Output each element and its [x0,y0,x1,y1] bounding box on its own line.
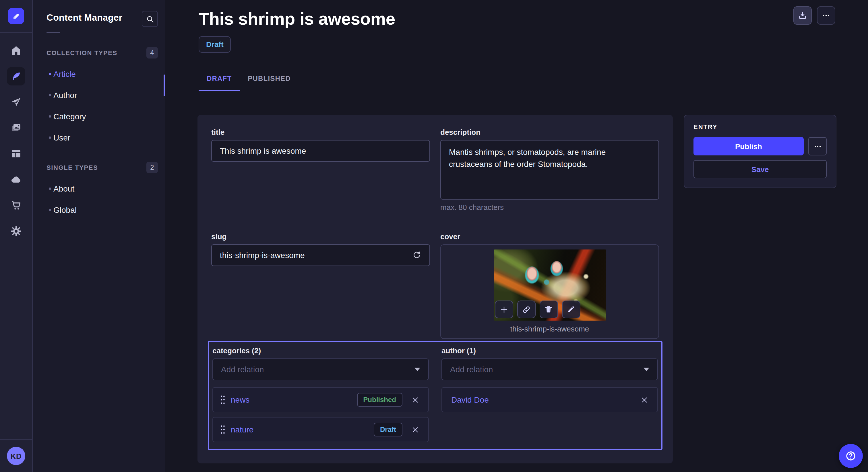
bullet-icon [49,94,51,96]
sidebar-item-author[interactable]: Author [33,84,165,105]
cover-label: cover [440,232,659,241]
more-icon [813,142,822,150]
nav-content-manager[interactable] [7,67,25,86]
nav-icon-list [0,33,32,439]
collection-types-label: COLLECTION TYPES [46,49,117,56]
download-icon [798,11,807,20]
sidebar-item-label: Category [53,111,86,121]
nav-releases[interactable] [7,93,25,111]
primary-nav: KD [0,0,33,472]
strapi-logo-icon[interactable] [8,8,24,24]
user-avatar[interactable]: KD [7,447,25,465]
remove-relation-button[interactable] [641,396,648,403]
remove-relation-button[interactable] [412,426,419,433]
sidebar-item-label: Author [53,90,77,100]
chevron-down-icon [414,368,420,371]
app-window: KD Content Manager COLLECTION TYPES 4 Ar… [0,0,868,472]
sidebar-item-label: About [53,184,74,193]
edit-form-card: title This shrimp is awesome description… [197,115,673,463]
field-title: title This shrimp is awesome [211,128,430,212]
relation-row-david-doe: David Doe [441,387,658,412]
nav-deploy[interactable] [7,170,25,189]
subnav-title: Content Manager [46,12,158,23]
search-icon [146,14,154,23]
tab-published[interactable]: PUBLISHED [240,70,299,91]
close-icon [412,426,419,433]
publish-button[interactable]: Publish [693,137,804,156]
home-icon [10,45,22,56]
delete-asset-button[interactable] [539,301,558,318]
header-more-button[interactable] [817,6,835,25]
sidebar-item-global[interactable]: Global [33,199,165,220]
categories-relation-select[interactable]: Add relation [212,359,429,380]
collection-types-count: 4 [146,47,158,59]
regenerate-icon[interactable] [412,250,422,260]
categories-relation-list: news Published nature [212,387,429,442]
entry-panel: ENTRY Publish Save [684,115,836,188]
tab-draft[interactable]: DRAFT [198,70,240,91]
sidebar-item-user[interactable]: User [33,127,165,148]
cover-filename: this-shrimp-is-awesome [441,325,658,333]
nav-settings[interactable] [7,222,25,240]
sidebar-item-about[interactable]: About [33,178,165,199]
author-relation-select[interactable]: Add relation [441,359,658,380]
drag-handle-icon[interactable] [220,425,226,435]
copy-link-button[interactable] [517,301,535,318]
cart-icon [10,200,22,211]
sidebar-item-category[interactable]: Category [33,105,165,127]
relations-highlight-box: categories (2) Add relation news [208,341,662,450]
entry-more-button[interactable] [808,137,827,156]
relation-link[interactable]: David Doe [451,395,489,404]
description-helper: max. 80 characters [440,203,659,212]
bullet-icon [49,136,51,138]
cover-image[interactable] [493,249,606,321]
cover-asset-card: this-shrimp-is-awesome [440,244,659,339]
relation-status-badge: Published [357,393,402,407]
description-label: description [440,128,659,136]
help-icon [844,450,857,462]
sidebar-item-label: Global [53,205,76,214]
relation-link[interactable]: nature [231,425,253,434]
gear-icon [10,225,22,237]
relation-link[interactable]: news [231,395,249,404]
export-button[interactable] [794,6,812,25]
media-icon [10,122,22,134]
nav-content-type-builder[interactable] [7,144,25,163]
remove-relation-button[interactable] [412,396,419,403]
entry-heading: ENTRY [693,123,827,130]
subnav-divider [46,32,60,33]
single-types-header: SINGLE TYPES 2 [33,161,165,174]
content-manager-subnav: Content Manager COLLECTION TYPES 4 Artic… [33,0,165,472]
author-placeholder: Add relation [450,365,493,374]
close-icon [641,396,648,403]
field-author: author (1) Add relation David Doe [440,346,659,442]
bullet-icon [49,208,51,211]
bullet-icon [49,187,51,190]
slug-input[interactable]: this-shrimp-is-awesome [211,244,430,266]
relation-status-badge: Draft [374,423,402,436]
nav-media-library[interactable] [7,119,25,137]
sidebar-item-label: User [53,133,70,142]
single-types-list: About Global [33,178,165,220]
description-textarea[interactable]: Mantis shrimps, or stomatopods, are mari… [440,140,659,200]
nav-marketplace[interactable] [7,196,25,214]
author-relation-list: David Doe [441,387,658,412]
nav-home[interactable] [7,41,25,60]
trash-icon [544,305,553,314]
sidebar-item-article[interactable]: Article [33,63,165,84]
header-actions [794,6,835,25]
search-button[interactable] [142,11,158,27]
plus-icon [499,305,508,314]
save-button[interactable]: Save [693,160,827,178]
send-icon [10,96,22,108]
help-button[interactable] [839,444,863,468]
cloud-icon [10,174,22,185]
edit-asset-button[interactable] [562,301,580,318]
title-input[interactable]: This shrimp is awesome [211,140,430,162]
drag-handle-icon[interactable] [220,395,226,405]
categories-label: categories (2) [212,346,429,355]
feather-icon [10,71,22,82]
strapi-logo-wrap [0,0,32,33]
add-asset-button[interactable] [495,301,513,318]
title-label: title [211,128,430,136]
